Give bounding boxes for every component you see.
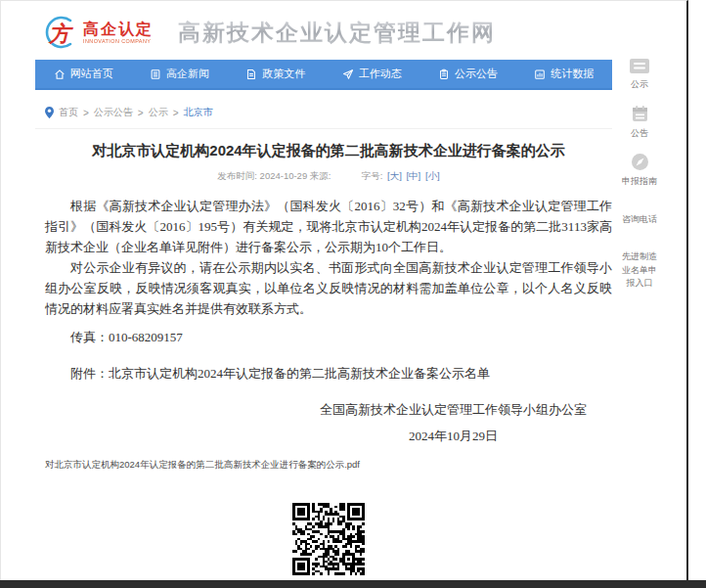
sidebar-item-label: 公告 bbox=[631, 127, 649, 141]
quick-links-sidebar: 公示 公告 申报指南 咨询电话 先进制造业名单申报入口 bbox=[608, 58, 671, 303]
paper-plane-icon bbox=[342, 68, 354, 80]
bulletin-card-icon bbox=[629, 58, 650, 74]
page: 方 高企认定 INNOVATION COMPANY 高新技术企业认定管理工作网 … bbox=[0, 0, 706, 588]
nav-item-label: 工作动态 bbox=[359, 67, 402, 81]
sidebar-item-gonggao[interactable]: 公告 bbox=[631, 105, 649, 141]
site-title: 高新技术企业认定管理工作网 bbox=[178, 18, 496, 48]
divider bbox=[35, 128, 612, 129]
clipboard-icon bbox=[438, 68, 450, 80]
sidebar-item-label: 先进制造业名单申报入口 bbox=[620, 250, 659, 291]
signature-date: 2024年10月29日 bbox=[320, 428, 587, 445]
fontsize-small-button[interactable]: [小] bbox=[425, 170, 440, 181]
qr-code bbox=[287, 497, 371, 580]
breadcrumb-separator: > bbox=[173, 108, 179, 118]
fax-line: 传真：010-68209157 bbox=[45, 327, 612, 347]
fontsize-medium-button[interactable]: [中] bbox=[406, 170, 420, 181]
signature-block: 全国高新技术企业认定管理工作领导小组办公室 2024年10月29日 bbox=[45, 401, 612, 445]
nav-item-label: 网站首页 bbox=[70, 67, 113, 81]
sidebar-item-gongshi[interactable]: 公示 bbox=[629, 58, 650, 92]
article-title: 对北京市认定机构2024年认定报备的第二批高新技术企业进行备案的公示 bbox=[45, 142, 612, 160]
sidebar-item-guide[interactable]: 申报指南 bbox=[622, 153, 657, 189]
site-logo[interactable]: 方 高企认定 INNOVATION COMPANY bbox=[40, 14, 158, 51]
breadcrumb: 首页 > 公示公告 > 公示 > 北京市 bbox=[45, 106, 686, 119]
breadcrumb-separator: > bbox=[138, 108, 144, 118]
published-label: 发布时间: bbox=[217, 170, 257, 181]
nav-item-updates[interactable]: 工作动态 bbox=[324, 60, 419, 88]
breadcrumb-item-home[interactable]: 首页 bbox=[59, 106, 78, 119]
svg-text:方: 方 bbox=[47, 22, 74, 46]
logo-subtext: INNOVATION COMPANY bbox=[83, 38, 151, 43]
sidebar-item-advanced-manufacturing-entry[interactable]: 先进制造业名单申报入口 bbox=[620, 250, 659, 291]
qr-section: 扫一扫在手机打开当前页 bbox=[45, 497, 612, 580]
logo-text-group: 高企认定 INNOVATION COMPANY bbox=[83, 21, 158, 44]
compass-icon bbox=[631, 153, 649, 171]
home-icon bbox=[54, 68, 66, 80]
nav-item-label: 政策文件 bbox=[262, 67, 305, 81]
nav-item-label: 公示公告 bbox=[455, 67, 498, 81]
sidebar-item-label: 申报指南 bbox=[622, 175, 657, 189]
fontsize-large-button[interactable]: [大] bbox=[387, 170, 402, 181]
signature-org: 全国高新技术企业认定管理工作领导小组办公室 bbox=[320, 401, 587, 419]
sidebar-item-label: 咨询电话 bbox=[622, 213, 657, 227]
logo-mark-icon: 方 bbox=[40, 14, 77, 51]
main-nav: 网站首页 高企新闻 政策文件 工作动态 公示公告 统计数据 bbox=[35, 60, 612, 90]
breadcrumb-item-announcements[interactable]: 公示公告 bbox=[94, 106, 133, 119]
qr-code-image bbox=[292, 503, 365, 575]
breadcrumb-item-beijing[interactable]: 北京市 bbox=[184, 106, 213, 119]
stats-chart-icon bbox=[534, 68, 546, 80]
nav-item-announcements[interactable]: 公示公告 bbox=[419, 60, 515, 88]
breadcrumb-separator: > bbox=[83, 108, 89, 118]
nav-item-news[interactable]: 高企新闻 bbox=[131, 60, 227, 88]
published-date: 2024-10-29 bbox=[260, 170, 308, 181]
nav-item-label: 高企新闻 bbox=[166, 67, 209, 81]
paragraph: 对公示企业有异议的，请在公示期内以实名、书面形式向全国高新技术企业认定管理工作领… bbox=[45, 257, 612, 319]
paragraph: 根据《高新技术企业认定管理办法》（国科发火〔2016〕32号）和《高新技术企业认… bbox=[45, 196, 612, 257]
article: 对北京市认定机构2024年认定报备的第二批高新技术企业进行备案的公示 发布时间:… bbox=[45, 142, 612, 580]
site-header: 方 高企认定 INNOVATION COMPANY 高新技术企业认定管理工作网 bbox=[1, 1, 686, 52]
breadcrumb-item-gongshi[interactable]: 公示 bbox=[149, 106, 168, 119]
article-body: 根据《高新技术企业认定管理办法》（国科发火〔2016〕32号）和《高新技术企业认… bbox=[45, 196, 612, 384]
nav-item-label: 统计数据 bbox=[551, 67, 594, 81]
nav-item-home[interactable]: 网站首页 bbox=[35, 60, 131, 88]
logo-text: 高企认定 bbox=[83, 21, 158, 38]
news-icon bbox=[150, 68, 161, 80]
nav-item-policy[interactable]: 政策文件 bbox=[228, 60, 324, 88]
sidebar-item-label: 公示 bbox=[629, 78, 650, 92]
pdf-attachment-link[interactable]: 对北京市认定机构2024年认定报备的第二批高新技术企业进行备案的公示.pdf bbox=[45, 459, 360, 472]
browser-content: 方 高企认定 INNOVATION COMPANY 高新技术企业认定管理工作网 … bbox=[0, 0, 688, 580]
attachment-line[interactable]: 附件：北京市认定机构2024年认定报备的第二批高新技术企业备案公示名单 bbox=[45, 363, 612, 384]
window-bottom-edge bbox=[0, 580, 706, 588]
nav-item-statistics[interactable]: 统计数据 bbox=[516, 60, 612, 88]
notice-pad-icon bbox=[631, 105, 649, 123]
article-meta: 发布时间: 2024-10-29 来源: 字号: [大] [中] [小] bbox=[45, 170, 612, 183]
policy-doc-icon bbox=[245, 68, 257, 80]
fontsize-label: 字号: bbox=[362, 170, 383, 181]
location-pin-icon bbox=[45, 107, 54, 118]
sidebar-item-hotline[interactable]: 咨询电话 bbox=[622, 213, 657, 227]
source-label: 来源: bbox=[310, 170, 331, 181]
